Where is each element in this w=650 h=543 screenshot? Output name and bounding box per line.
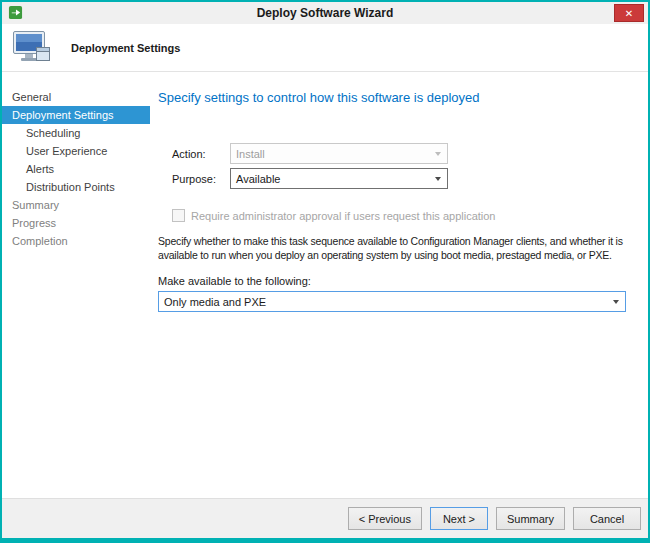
chevron-down-icon bbox=[435, 177, 441, 181]
deployment-settings-icon bbox=[12, 30, 56, 66]
wizard-footer: < Previous Next > Summary Cancel bbox=[2, 498, 648, 538]
titlebar[interactable]: Deploy Software Wizard ✕ bbox=[2, 2, 648, 24]
sidebar-item-deployment-settings[interactable]: Deployment Settings bbox=[2, 106, 150, 124]
close-icon: ✕ bbox=[625, 8, 633, 19]
purpose-value: Available bbox=[236, 173, 280, 185]
deploy-software-icon bbox=[8, 5, 23, 20]
sidebar-item-distribution-points[interactable]: Distribution Points bbox=[2, 178, 150, 196]
close-button[interactable]: ✕ bbox=[614, 4, 644, 22]
sidebar-item-alerts[interactable]: Alerts bbox=[2, 160, 150, 178]
page-content: Specify settings to control how this sof… bbox=[150, 72, 648, 498]
wizard-steps-sidebar: General Deployment Settings Scheduling U… bbox=[2, 72, 150, 498]
window-title: Deploy Software Wizard bbox=[2, 6, 648, 20]
purpose-row: Purpose: Available bbox=[172, 168, 644, 189]
sidebar-item-user-experience[interactable]: User Experience bbox=[2, 142, 150, 160]
deploy-software-wizard-window: Deploy Software Wizard ✕ Deployment Sett… bbox=[0, 0, 650, 543]
make-available-label: Make available to the following: bbox=[158, 275, 644, 287]
purpose-combobox[interactable]: Available bbox=[230, 168, 448, 189]
sidebar-item-scheduling[interactable]: Scheduling bbox=[2, 124, 150, 142]
action-label: Action: bbox=[172, 148, 230, 160]
approval-checkbox-row: Require administrator approval if users … bbox=[172, 209, 644, 222]
action-row: Action: Install bbox=[172, 143, 644, 164]
sidebar-item-completion[interactable]: Completion bbox=[2, 232, 150, 250]
approval-checkbox-label: Require administrator approval if users … bbox=[191, 210, 496, 222]
make-available-combobox[interactable]: Only media and PXE bbox=[158, 291, 626, 312]
action-combobox: Install bbox=[230, 143, 448, 164]
chevron-down-icon bbox=[613, 300, 619, 304]
cancel-button[interactable]: Cancel bbox=[573, 507, 641, 530]
make-available-value: Only media and PXE bbox=[164, 296, 266, 308]
wizard-header: Deployment Settings bbox=[2, 24, 648, 72]
approval-checkbox bbox=[172, 209, 185, 222]
action-value: Install bbox=[236, 148, 265, 160]
previous-button[interactable]: < Previous bbox=[348, 507, 422, 530]
purpose-label: Purpose: bbox=[172, 173, 230, 185]
page-title: Specify settings to control how this sof… bbox=[158, 90, 644, 105]
description-text: Specify whether to make this task sequen… bbox=[158, 234, 644, 262]
wizard-body: General Deployment Settings Scheduling U… bbox=[2, 72, 648, 498]
summary-button[interactable]: Summary bbox=[496, 507, 565, 530]
sidebar-item-summary[interactable]: Summary bbox=[2, 196, 150, 214]
sidebar-item-progress[interactable]: Progress bbox=[2, 214, 150, 232]
chevron-down-icon bbox=[435, 152, 441, 156]
header-title: Deployment Settings bbox=[71, 42, 180, 54]
sidebar-item-general[interactable]: General bbox=[2, 88, 150, 106]
next-button[interactable]: Next > bbox=[430, 507, 488, 530]
